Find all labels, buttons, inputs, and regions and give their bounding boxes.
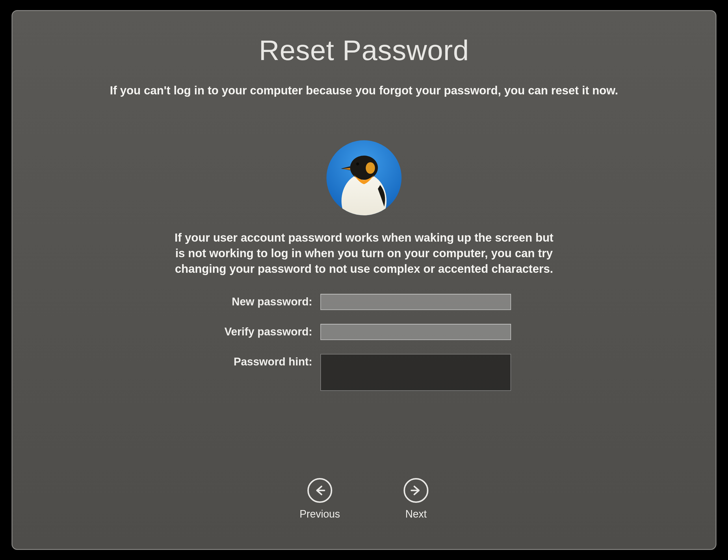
svg-point-4 — [366, 162, 375, 174]
page-title: Reset Password — [259, 34, 469, 67]
penguin-avatar-icon — [326, 140, 402, 215]
navigation-buttons: Previous Next — [300, 478, 428, 520]
password-hint-row: Password hint: — [217, 354, 511, 391]
password-form: New password: Verify password: Password … — [217, 294, 511, 391]
previous-button[interactable]: Previous — [300, 478, 340, 520]
previous-label: Previous — [300, 508, 340, 520]
new-password-label: New password: — [217, 294, 312, 308]
password-hint-label: Password hint: — [217, 354, 312, 368]
reset-password-window: Reset Password If you can't log in to yo… — [12, 10, 716, 550]
verify-password-label: Verify password: — [217, 324, 312, 338]
next-label: Next — [405, 508, 427, 520]
subtitle-text: If you can't log in to your computer bec… — [110, 84, 618, 97]
arrow-left-icon — [307, 478, 332, 503]
verify-password-input[interactable] — [320, 324, 511, 340]
description-text: If your user account password works when… — [170, 230, 558, 277]
new-password-row: New password: — [217, 294, 511, 310]
new-password-input[interactable] — [320, 294, 511, 310]
verify-password-row: Verify password: — [217, 324, 511, 340]
password-hint-input[interactable] — [320, 354, 511, 391]
svg-point-3 — [356, 163, 359, 166]
arrow-right-icon — [404, 478, 428, 503]
next-button[interactable]: Next — [404, 478, 428, 520]
user-avatar — [326, 140, 402, 215]
